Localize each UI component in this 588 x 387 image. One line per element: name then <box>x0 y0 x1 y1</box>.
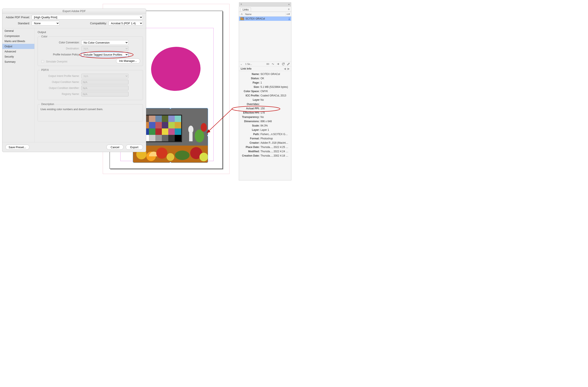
info-value: Photoshop <box>260 136 290 141</box>
info-row-place-date: Place Date:Thursda..., 2022 4:25 PM <box>241 145 290 149</box>
warning-icon: ⚠ <box>240 13 243 16</box>
info-value: Thursda..., 2022 4:24 PM <box>260 149 290 154</box>
dialog-title: Export Adobe PDF <box>2 9 146 14</box>
svg-point-31 <box>167 153 174 161</box>
info-key: Path: <box>241 132 260 136</box>
next-link-icon[interactable]: ▶ <box>288 67 290 70</box>
output-condition-name-input <box>81 80 128 84</box>
sidebar-item-compression[interactable]: Compression <box>2 34 34 39</box>
info-value: Thursda..., 2022 4:25 PM <box>260 145 290 149</box>
sidebar-item-advanced[interactable]: Advanced <box>2 49 34 54</box>
sidebar-item-output[interactable]: Output <box>2 44 34 49</box>
simulate-overprint-checkbox <box>41 60 44 63</box>
color-conversion-select[interactable]: No Color Conversion <box>81 40 128 45</box>
link-name: SCITEX GRACol <box>245 17 265 20</box>
svg-rect-47 <box>207 162 208 163</box>
info-key: Transparency: <box>241 115 260 119</box>
info-row-layer-overrides: Layer Overrides:No <box>241 98 290 106</box>
expand-toggle-icon[interactable]: ⌄ <box>240 63 242 65</box>
standard-select[interactable]: None <box>32 21 60 26</box>
info-key: Modified: <box>241 149 260 154</box>
link-page-count[interactable]: 1 <box>288 17 290 20</box>
sidebar-item-general[interactable]: General <box>2 28 34 34</box>
compatibility-select[interactable]: Acrobat 5 (PDF 1.4) <box>108 21 143 26</box>
info-row-actual-ppi: Actual PPI:150 <box>241 106 290 111</box>
svg-rect-14 <box>175 122 181 128</box>
sidebar-item-marks-and-bleeds[interactable]: Marks and Bleeds <box>2 39 34 44</box>
svg-rect-2 <box>142 115 182 142</box>
info-key: Color Space: <box>241 89 260 94</box>
info-row-size: Size:5.1 MB (5323864 bytes) <box>241 85 290 89</box>
sidebar-item-summary[interactable]: Summary <box>2 59 34 64</box>
relink-cc-icon[interactable] <box>266 62 269 65</box>
compatibility-label: Compatibility: <box>90 22 107 25</box>
registry-name-label: Registry Name: <box>41 93 80 96</box>
info-value: OK <box>260 76 290 80</box>
pdf-preset-select[interactable]: [High Quality Print] <box>32 15 143 19</box>
svg-point-33 <box>190 147 202 159</box>
dialog-sidebar: GeneralCompressionMarks and BleedsOutput… <box>2 28 35 142</box>
svg-point-35 <box>188 126 193 133</box>
magenta-ellipse <box>149 45 202 93</box>
svg-rect-4 <box>149 116 155 122</box>
goto-link-icon[interactable] <box>277 62 280 65</box>
svg-rect-36 <box>189 133 192 141</box>
pdfx-group: PDF/X Output Intent Profile Name: N/A Ou… <box>38 69 143 100</box>
info-key: Status: <box>241 76 260 80</box>
standard-label: Standard: <box>5 22 30 25</box>
save-preset-button[interactable]: Save Preset... <box>5 145 29 150</box>
info-value: 84.3% <box>260 123 290 128</box>
svg-line-53 <box>207 109 232 133</box>
links-list[interactable]: SCITEX GRACol1 <box>239 17 291 62</box>
relink-icon[interactable] <box>272 62 274 65</box>
svg-rect-24 <box>162 135 168 141</box>
registry-name-input <box>81 92 128 97</box>
name-column-header[interactable]: Name <box>245 13 285 16</box>
info-value: CMYK <box>260 89 290 94</box>
pdf-preset-label: Adobe PDF Preset: <box>5 16 30 19</box>
simulate-overprint: Simulate Overprint <box>41 59 67 64</box>
close-icon[interactable]: × <box>240 3 242 6</box>
edit-original-icon[interactable] <box>287 62 290 65</box>
export-button[interactable]: Export <box>126 145 143 150</box>
description-group: Description Uses existing color numbers … <box>38 103 143 121</box>
info-value: No <box>260 115 290 119</box>
svg-point-34 <box>199 153 208 161</box>
info-key: Layer Overrides: <box>241 98 260 106</box>
panel-menu-icon[interactable]: ≡ <box>286 7 291 12</box>
info-row-creator: Creator:Adobe P...018 (Macintosh) <box>241 141 290 145</box>
cancel-button[interactable]: Cancel <box>106 145 124 150</box>
page-column-icon[interactable]: ▭▾ <box>287 13 290 16</box>
link-info-body: Name:SCITEX GRAColStatus:OKPage:1Size:5.… <box>239 71 291 159</box>
svg-rect-46 <box>170 162 171 163</box>
info-key: Scale: <box>241 123 260 128</box>
info-value: Adobe P...018 (Macintosh) <box>260 141 290 145</box>
svg-rect-7 <box>168 116 175 122</box>
panel-header-bar: × « <box>239 2 291 6</box>
svg-rect-10 <box>149 122 155 128</box>
info-row-icc-profile: ICC Profile:Coated GRACoL 2013 <box>241 94 290 98</box>
link-info-title: Link Info <box>241 67 252 70</box>
collapse-icon[interactable]: « <box>288 3 290 6</box>
info-key: Size: <box>241 85 260 89</box>
profile-policy-select[interactable]: Include Tagged Source Profiles <box>81 52 128 57</box>
output-condition-name-label: Output Condition Name: <box>41 80 80 83</box>
links-panel: × « Links ≡ ⚠ Name ▭▾ SCITEX GRACol1 ⌄ 1… <box>239 6 292 180</box>
info-row-format: Format:Photoshop <box>241 136 290 141</box>
svg-rect-23 <box>155 135 162 141</box>
svg-point-50 <box>268 63 269 65</box>
info-value: No <box>260 98 290 106</box>
sidebar-item-security[interactable]: Security <box>2 54 34 59</box>
svg-rect-25 <box>168 135 175 141</box>
tab-links[interactable]: Links <box>240 7 251 12</box>
svg-rect-18 <box>162 128 168 135</box>
update-link-icon[interactable] <box>282 62 285 65</box>
info-value: Layer 1 <box>260 128 290 132</box>
info-key: Dimensions: <box>241 119 260 123</box>
svg-rect-20 <box>175 128 181 135</box>
link-row[interactable]: SCITEX GRACol1 <box>239 17 291 21</box>
ink-manager-button[interactable]: Ink Manager... <box>116 58 140 64</box>
info-key: Format: <box>241 136 260 141</box>
info-value: 178 <box>260 111 290 115</box>
prev-link-icon[interactable]: ◀ <box>284 67 286 70</box>
